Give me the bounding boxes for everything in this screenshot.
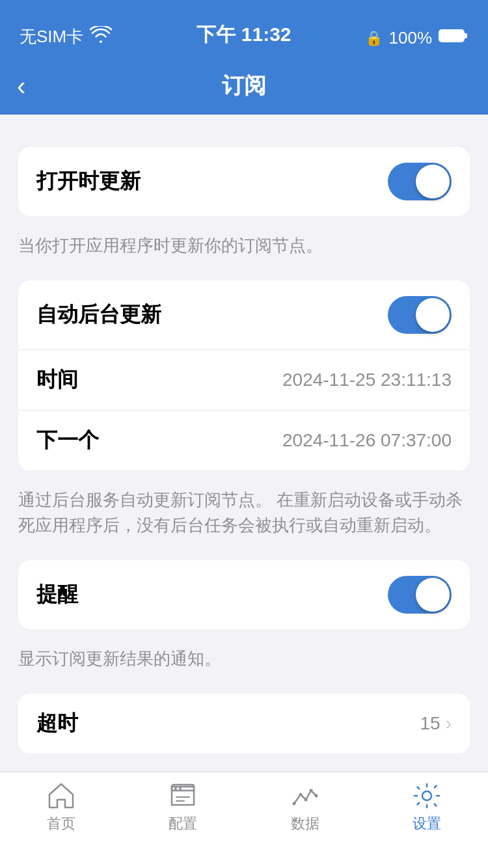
reminder-card: 提醒 <box>18 560 470 629</box>
nav-title: 订阅 <box>222 71 266 101</box>
auto-update-card: 自动后台更新 时间 2024-11-25 23:11:13 下一个 2024-1… <box>18 280 470 470</box>
reminder-row: 提醒 <box>18 560 470 629</box>
tab-data[interactable]: 数据 <box>244 781 366 834</box>
status-right: 🔒 100% <box>365 28 469 48</box>
auto-update-desc: 通过后台服务自动更新订阅节点。 在重新启动设备或手动杀死应用程序后，没有后台任务… <box>0 476 488 554</box>
spacer-4 <box>0 687 488 694</box>
spacer-1 <box>0 134 488 147</box>
svg-point-3 <box>179 787 182 790</box>
svg-point-7 <box>309 789 312 793</box>
back-button[interactable]: ‹ <box>17 73 25 99</box>
svg-point-2 <box>174 787 177 790</box>
spacer-3 <box>0 554 488 560</box>
toggle-thumb-3 <box>416 578 450 612</box>
carrier-label: 无SIM卡 <box>20 25 83 48</box>
reminder-toggle[interactable] <box>388 576 452 614</box>
status-time: 下午 11:32 <box>197 21 291 48</box>
battery-icon <box>439 28 468 48</box>
status-left: 无SIM卡 <box>20 25 112 48</box>
tab-home-label: 首页 <box>47 814 75 834</box>
tab-settings-label: 设置 <box>413 814 441 834</box>
battery-label: 100% <box>389 28 433 48</box>
auto-update-toggle[interactable] <box>388 296 452 334</box>
lock-icon: 🔒 <box>365 30 383 47</box>
spacer-2 <box>0 274 488 280</box>
next-row: 下一个 2024-11-26 07:37:00 <box>18 411 470 470</box>
auto-update-label: 自动后台更新 <box>36 301 161 329</box>
settings-icon <box>410 781 444 810</box>
tab-settings[interactable]: 设置 <box>366 781 489 834</box>
svg-point-9 <box>422 791 431 800</box>
time-label: 时间 <box>36 366 78 394</box>
svg-point-8 <box>314 794 318 798</box>
reminder-desc: 显示订阅更新结果的通知。 <box>0 634 488 687</box>
tab-bar: 首页 配置 数据 <box>0 772 488 868</box>
data-icon <box>288 781 322 810</box>
config-icon <box>166 781 200 810</box>
next-label: 下一个 <box>36 426 99 455</box>
toggle-thumb <box>416 165 450 198</box>
next-value: 2024-11-26 07:37:00 <box>282 430 452 451</box>
svg-point-5 <box>299 793 302 796</box>
open-update-label: 打开时更新 <box>36 167 141 196</box>
status-bar: 无SIM卡 下午 11:32 🔒 100% <box>0 0 488 57</box>
content: 打开时更新 当你打开应用程序时更新你的订阅节点。 自动后台更新 时间 2024-… <box>0 115 488 868</box>
timeout-value: 15 <box>420 713 441 734</box>
open-update-row: 打开时更新 <box>18 147 470 216</box>
nav-bar: ‹ 订阅 <box>0 57 488 115</box>
timeout-value-group: 15 › <box>420 713 452 734</box>
svg-rect-0 <box>439 30 464 42</box>
timeout-row[interactable]: 超时 15 › <box>18 694 470 753</box>
timeout-label: 超时 <box>36 709 78 738</box>
open-update-desc: 当你打开应用程序时更新你的订阅节点。 <box>0 221 488 274</box>
svg-point-4 <box>292 802 295 806</box>
timeout-card: 超时 15 › <box>18 694 470 753</box>
time-row: 时间 2024-11-25 23:11:13 <box>18 350 470 411</box>
wifi-icon <box>90 26 112 47</box>
open-update-card: 打开时更新 <box>18 147 470 216</box>
time-value: 2024-11-25 23:11:13 <box>282 370 452 390</box>
svg-rect-1 <box>464 33 467 38</box>
tab-home[interactable]: 首页 <box>0 781 122 834</box>
toggle-thumb-2 <box>416 298 450 332</box>
tab-config[interactable]: 配置 <box>122 781 245 834</box>
auto-update-row: 自动后台更新 <box>18 280 470 350</box>
tab-data-label: 数据 <box>291 814 319 834</box>
open-update-toggle[interactable] <box>388 163 452 200</box>
chevron-icon: › <box>446 713 452 734</box>
home-icon <box>44 781 78 810</box>
tab-config-label: 配置 <box>169 814 197 834</box>
reminder-label: 提醒 <box>36 580 78 609</box>
svg-point-6 <box>304 798 307 802</box>
